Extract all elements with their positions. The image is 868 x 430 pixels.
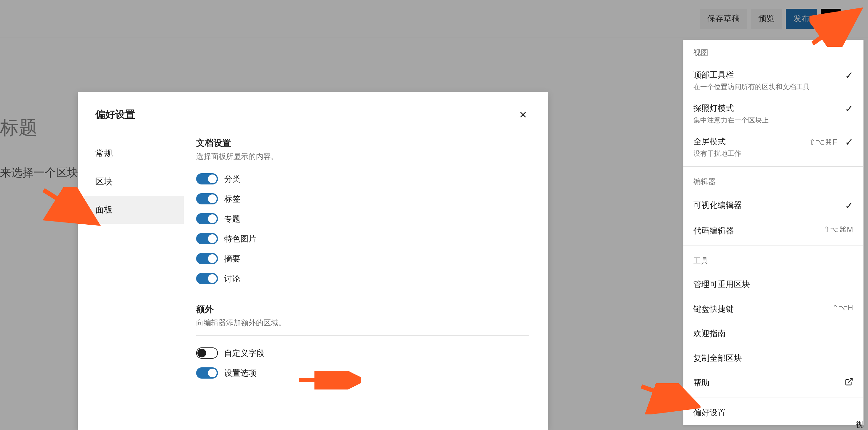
modal-header: 偏好设置 xyxy=(78,92,548,137)
menu-item-spotlight[interactable]: 探照灯模式 集中注意力在一个区块上 ✓ xyxy=(683,97,863,131)
menu-item-label: 管理可重用区块 xyxy=(693,279,750,290)
toggle-row-featured-image: 特色图片 xyxy=(196,229,529,249)
shortcut-label: ⌃⌥H xyxy=(832,304,854,312)
toggle-row-post-format: 专题 xyxy=(196,209,529,229)
menu-item-label: 代码编辑器 xyxy=(693,225,734,236)
toggle-label: 自定义字段 xyxy=(224,348,265,359)
close-button[interactable] xyxy=(516,107,530,122)
toggle-custom-fields[interactable] xyxy=(196,347,218,359)
menu-item-desc: 集中注意力在一个区块上 xyxy=(693,116,769,125)
menu-section-tools: 工具 xyxy=(683,248,863,272)
toggle-label: 讨论 xyxy=(224,273,240,284)
menu-item-label: 可视化编辑器 xyxy=(693,200,742,211)
toggle-label: 设置选项 xyxy=(224,368,256,379)
toggle-row-settings-options: 设置选项 xyxy=(196,363,529,383)
toggle-settings-options[interactable] xyxy=(196,367,218,379)
section-desc-extra: 向编辑器添加额外的区域。 xyxy=(196,318,529,328)
annotation-arrow xyxy=(638,383,701,414)
svg-line-9 xyxy=(43,190,93,221)
menu-item-desc: 没有干扰地工作 xyxy=(693,149,741,158)
options-dropdown-menu: 视图 顶部工具栏 在一个位置访问所有的区块和文档工具 ✓ 探照灯模式 集中注意力… xyxy=(683,40,864,425)
menu-item-top-toolbar[interactable]: 顶部工具栏 在一个位置访问所有的区块和文档工具 ✓ xyxy=(683,64,863,97)
shortcut-label: ⇧⌥⌘F xyxy=(809,138,837,146)
modal-content: 文档设置 选择面板所显示的内容。 分类 标签 专题 特色图片 摘要 xyxy=(184,137,542,383)
tab-general[interactable]: 常规 xyxy=(84,140,184,168)
menu-item-label: 探照灯模式 xyxy=(693,103,769,114)
toggle-label: 专题 xyxy=(224,213,240,224)
toggle-category[interactable] xyxy=(196,173,218,184)
menu-item-desc: 在一个位置访问所有的区块和文档工具 xyxy=(693,82,810,92)
menu-divider xyxy=(683,246,863,246)
menu-item-preferences[interactable]: 偏好设置 xyxy=(683,400,863,425)
modal-tabs: 常规 区块 面板 xyxy=(84,137,184,383)
close-icon xyxy=(518,110,528,120)
toggle-label: 标签 xyxy=(224,194,240,204)
toggle-row-excerpt: 摘要 xyxy=(196,249,529,268)
menu-item-copy-all[interactable]: 复制全部区块 xyxy=(683,346,863,371)
menu-item-label: 欢迎指南 xyxy=(693,328,726,339)
menu-divider xyxy=(683,398,863,398)
menu-item-label: 复制全部区块 xyxy=(693,353,742,364)
svg-line-13 xyxy=(641,386,694,405)
annotation-arrow xyxy=(293,371,361,390)
modal-body: 常规 区块 面板 文档设置 选择面板所显示的内容。 分类 标签 专题 特色 xyxy=(78,137,548,383)
menu-item-label: 键盘快捷键 xyxy=(693,304,734,314)
modal-title: 偏好设置 xyxy=(95,108,135,121)
svg-line-3 xyxy=(848,379,852,383)
annotation-arrow xyxy=(809,6,866,47)
check-icon: ✓ xyxy=(845,103,854,115)
toggle-row-discussion: 讨论 xyxy=(196,268,529,289)
external-link-icon xyxy=(845,377,854,386)
menu-item-keyboard-shortcuts[interactable]: 键盘快捷键 ⌃⌥H xyxy=(683,297,863,321)
truncated-text: 视 xyxy=(856,419,864,430)
toggle-discussion[interactable] xyxy=(196,273,218,284)
menu-item-welcome-guide[interactable]: 欢迎指南 xyxy=(683,321,863,346)
menu-item-label: 全屏模式 xyxy=(693,136,741,147)
shortcut-label: ⇧⌥⌘M xyxy=(824,225,854,234)
menu-item-code-editor[interactable]: 代码编辑器 ⇧⌥⌘M xyxy=(683,219,863,243)
toggle-row-category: 分类 xyxy=(196,169,529,189)
toggle-tags[interactable] xyxy=(196,193,218,204)
toggle-excerpt[interactable] xyxy=(196,253,218,264)
menu-item-fullscreen[interactable]: 全屏模式 没有干扰地工作 ⇧⌥⌘F ✓ xyxy=(683,131,863,164)
toggle-row-tags: 标签 xyxy=(196,189,529,209)
menu-divider xyxy=(683,166,863,167)
menu-item-help[interactable]: 帮助 xyxy=(683,371,863,395)
toggle-label: 摘要 xyxy=(224,253,240,264)
check-icon: ✓ xyxy=(845,136,854,148)
check-icon: ✓ xyxy=(845,200,854,211)
menu-item-label: 顶部工具栏 xyxy=(693,69,810,80)
toggle-row-custom-fields: 自定义字段 xyxy=(196,343,529,363)
menu-item-manage-reusable[interactable]: 管理可重用区块 xyxy=(683,272,863,297)
toggle-featured-image[interactable] xyxy=(196,233,218,244)
menu-item-visual-editor[interactable]: 可视化编辑器 ✓ xyxy=(683,193,863,219)
toggle-label: 特色图片 xyxy=(224,233,256,244)
section-desc-document: 选择面板所显示的内容。 xyxy=(196,151,529,162)
check-icon: ✓ xyxy=(845,69,854,81)
section-title-extra: 额外 xyxy=(196,304,529,315)
annotation-arrow xyxy=(40,187,103,231)
menu-section-editor: 编辑器 xyxy=(683,169,863,193)
svg-line-7 xyxy=(813,12,856,44)
toggle-post-format[interactable] xyxy=(196,213,218,224)
section-title-document: 文档设置 xyxy=(196,137,529,149)
toggle-label: 分类 xyxy=(224,174,240,184)
